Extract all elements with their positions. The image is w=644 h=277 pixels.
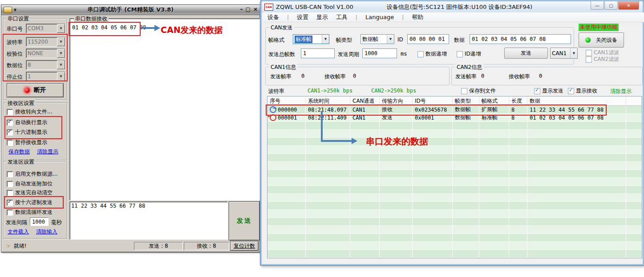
checkbox-icon[interactable]: [7, 181, 13, 187]
port-value: COM3: [28, 25, 44, 32]
checkbox-send-as-hex[interactable]: 按十六进制发送: [7, 199, 53, 206]
empty-cell: [413, 154, 453, 161]
chevron-down-icon[interactable]: ▼: [57, 49, 65, 58]
checkbox-icon[interactable]: [7, 140, 13, 146]
menu-display[interactable]: 显示: [316, 13, 328, 21]
checkbox-auto-append[interactable]: 自动发送附加位: [7, 180, 53, 188]
port-select[interactable]: COM3 ▼: [26, 24, 65, 33]
empty-cell: [267, 154, 306, 161]
parity-select[interactable]: NONE ▼: [26, 48, 65, 58]
checkbox-icon[interactable]: [7, 209, 13, 216]
clear-input-link[interactable]: 清除输入: [36, 228, 57, 236]
serial-receive-area[interactable]: [69, 18, 260, 201]
empty-cell: [527, 162, 626, 169]
total-frames-input[interactable]: 1: [301, 48, 335, 58]
can-data-input[interactable]: 01 02 03 04 05 06 07 08: [470, 34, 571, 44]
close-device-button[interactable]: 关闭设备: [579, 32, 624, 48]
close-icon[interactable]: ✕: [618, 1, 639, 10]
checkbox-icon[interactable]: [568, 88, 574, 94]
checkbox-id-increment[interactable]: ID递增: [457, 50, 481, 58]
frame-format-select[interactable]: 标准帧 ▼: [293, 34, 329, 44]
serial-send-button[interactable]: 发送: [229, 201, 260, 241]
period-input[interactable]: 1000: [362, 48, 397, 58]
checkbox-pause-display[interactable]: 暂停接收显示: [7, 139, 47, 146]
checkbox-icon[interactable]: [461, 88, 467, 94]
checkbox-icon[interactable]: [7, 129, 13, 136]
empty-cell: [306, 186, 350, 193]
empty-cell: [509, 226, 527, 233]
checkbox-label: 显示接收: [576, 87, 597, 95]
channel-select[interactable]: CAN1 ▼: [550, 48, 578, 59]
databits-select[interactable]: 8 ▼: [26, 60, 65, 70]
minimize-icon[interactable]: –: [240, 6, 243, 12]
checkbox-label: ID递增: [465, 50, 481, 58]
send-settings-label: 发送区设置: [6, 158, 36, 166]
table-row[interactable]: 000001 08:22:11.409 CAN1 发送 0x0001 数据帧 标…: [267, 114, 642, 122]
empty-cell: [453, 194, 479, 201]
checkbox-loop-send[interactable]: 数据流循环发送: [7, 209, 53, 216]
checkbox-hex-display[interactable]: 十六进制显示: [7, 128, 47, 136]
checkbox-can2-filter[interactable]: CAN2滤波: [586, 56, 619, 63]
checkbox-icon[interactable]: [417, 51, 424, 57]
frame-type-select[interactable]: 数据帧 ▼: [360, 34, 394, 44]
empty-cell: [626, 186, 642, 193]
serial-titlebar[interactable]: 串口调试助手 (CM精装版 V3.8) ▼ – □ ×: [1, 5, 260, 15]
maximize-icon[interactable]: □: [246, 6, 251, 12]
empty-cell: [509, 146, 527, 153]
can-id-input[interactable]: 00 00 00 01: [407, 34, 449, 44]
chevron-down-icon[interactable]: ▼: [57, 24, 65, 33]
empty-cell: [306, 218, 350, 225]
menu-language[interactable]: Language: [365, 14, 394, 20]
minimize-icon[interactable]: —: [591, 1, 604, 10]
checkbox-show-receive[interactable]: 显示接收: [568, 87, 597, 95]
table-empty-row: [267, 226, 642, 234]
menu-settings[interactable]: 设置: [297, 13, 308, 21]
close-icon[interactable]: ×: [253, 6, 258, 12]
interval-input[interactable]: 1000: [30, 217, 49, 226]
checkbox-icon[interactable]: [7, 200, 13, 206]
chevron-down-icon[interactable]: ▼: [570, 48, 577, 58]
can-send-button[interactable]: 发送: [504, 48, 548, 59]
table-empty-row: [267, 186, 642, 194]
table-row[interactable]: 000000 08:21:48.097 CAN1 接收 0x02345678 数…: [267, 106, 642, 114]
clear-display-link[interactable]: 清除显示: [37, 148, 58, 156]
checkbox-icon[interactable]: [586, 56, 592, 63]
stopbits-select[interactable]: 1 ▼: [26, 72, 65, 81]
checkbox-receive-to-file[interactable]: 接收转向文件...: [7, 108, 52, 116]
checkbox-icon[interactable]: [7, 190, 13, 196]
checkbox-icon[interactable]: [7, 171, 13, 177]
checkbox-icon[interactable]: [7, 109, 13, 115]
system-menu-chevron-icon[interactable]: ▼: [14, 8, 16, 12]
load-file-link[interactable]: 文件载入: [8, 228, 29, 236]
checkbox-file-datasource[interactable]: 启用文件数据源...: [7, 170, 57, 178]
clear-display-link[interactable]: 清除显示: [610, 88, 632, 95]
annotation-arrow-line: [321, 140, 352, 142]
table-empty-row: [267, 242, 642, 250]
menu-tools[interactable]: 工具: [336, 13, 348, 21]
checkbox-auto-newline[interactable]: 自动换行显示: [7, 119, 47, 126]
chevron-down-icon[interactable]: ▼: [57, 72, 65, 81]
checkbox-icon[interactable]: [457, 51, 463, 57]
chevron-down-icon[interactable]: ▼: [57, 37, 65, 46]
reset-count-button[interactable]: 复位计数: [230, 241, 259, 251]
relay-status-badge: 未使用中继功能: [579, 24, 619, 31]
checkbox-save-to-file[interactable]: 保存到文件: [461, 87, 496, 95]
checkbox-icon[interactable]: [586, 50, 592, 56]
empty-cell: [413, 234, 453, 241]
checkbox-data-increment[interactable]: 数据递增: [417, 50, 447, 58]
menu-device[interactable]: 设备: [267, 13, 279, 21]
maximize-icon[interactable]: ▢: [604, 1, 618, 10]
disconnect-button[interactable]: 断开: [7, 83, 64, 97]
checkbox-icon[interactable]: [7, 120, 13, 126]
checkbox-icon[interactable]: [534, 88, 540, 94]
chevron-down-icon[interactable]: ▼: [57, 60, 65, 69]
send-input[interactable]: 11 22 33 44 55 66 77 88: [69, 201, 228, 240]
chevron-down-icon[interactable]: ▼: [387, 35, 394, 44]
save-data-link[interactable]: 保存数据: [8, 148, 30, 156]
can-titlebar[interactable]: CAN ZQWL USB-CAN Tool V1.00 设备信息(型号:5C12…: [262, 1, 643, 13]
checkbox-clear-after-send[interactable]: 发送完自动清空: [7, 189, 53, 197]
baud-select[interactable]: 115200 ▼: [26, 37, 65, 47]
checkbox-show-send[interactable]: 显示发送: [534, 87, 563, 95]
chevron-down-icon[interactable]: ▼: [322, 35, 329, 44]
menu-help[interactable]: 帮助: [412, 13, 423, 21]
